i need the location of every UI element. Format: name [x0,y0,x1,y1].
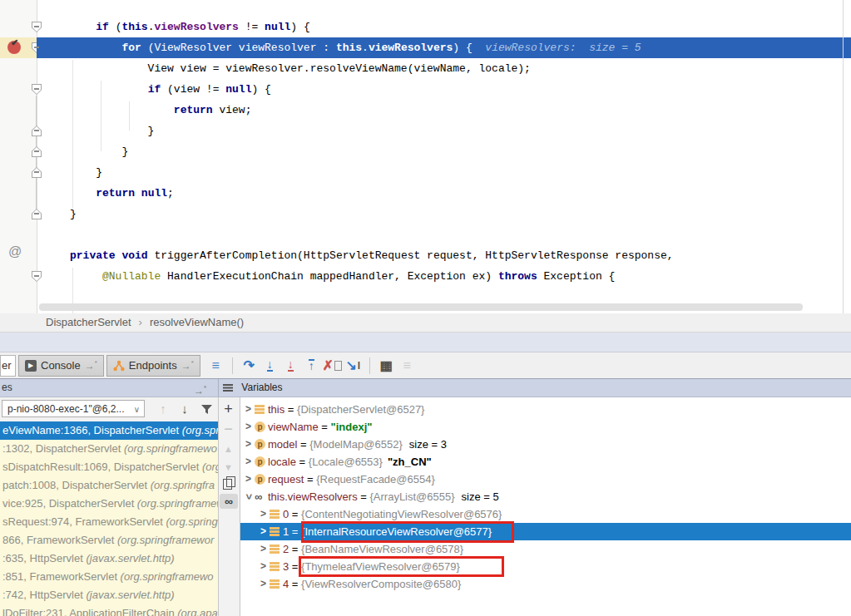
variable-name: request [268,471,304,488]
code-line[interactable]: return view; [37,100,851,121]
code-line[interactable]: private void triggerAfterCompletion(Http… [37,245,851,266]
layout-menu-icon[interactable]: ≡ [205,355,226,376]
field-icon [255,405,268,414]
code-editor[interactable]: ✔ @ if (this.viewResolvers != null) { fo… [0,0,851,313]
move-watch-up-button[interactable]: ▲ [218,444,239,454]
tab-er[interactable]: er [0,355,16,377]
breadcrumb-class[interactable]: DispatcherServlet [46,316,131,328]
frames-list: eViewName:1366, DispatcherServlet (org.s… [0,421,218,616]
parameter-icon: p [255,474,268,485]
tab-label: er [2,359,12,372]
horizontal-scrollbar[interactable] [39,303,803,311]
code-text: if [96,21,109,33]
field-icon [270,527,283,536]
code-line[interactable]: for (ViewResolver viewResolver : this.vi… [37,37,851,58]
frames-panel: p-nio-8080-exec-1"@6,2... ∨ ↑ ↓ eViewNam… [0,397,218,616]
equals-sign: = [319,418,331,436]
step-over-icon[interactable]: ↷ [239,355,260,376]
variable-row[interactable]: >this = {DispatcherServlet@6527} [240,401,851,418]
equals-sign: = [289,540,301,558]
code-text [70,104,174,116]
step-out-icon[interactable]: ↑ [301,355,322,376]
force-step-into-icon[interactable]: ↓ [280,355,301,376]
chevron-collapsed-icon[interactable]: > [242,453,255,471]
chevron-collapsed-icon[interactable]: > [257,540,270,558]
code-line[interactable]: } [37,162,851,183]
frame-row[interactable]: :635, HttpServlet (javax.servlet.http) [0,549,218,568]
chevron-collapsed-icon[interactable]: > [257,523,270,540]
code-line[interactable]: if (view != null) { [37,79,851,100]
variable-row[interactable]: >2 = {BeanNameViewResolver@6578} [240,540,851,558]
variable-name: this.viewResolvers [268,488,358,505]
run-to-cursor-icon[interactable]: ↘I [343,355,364,376]
copy-icon[interactable] [223,479,232,490]
variable-row[interactable]: >4 = {ViewResolverComposite@6580} [240,575,851,593]
thread-selector-row: p-nio-8080-exec-1"@6,2... ∨ ↑ ↓ [0,397,218,421]
frame-row[interactable]: sDispatchResult:1069, DispatcherServlet … [0,458,218,476]
frame-row[interactable]: :851, FrameworkServlet (org.springframew… [0,568,218,586]
code-text: return [174,104,213,116]
chevron-collapsed-icon[interactable]: > [257,558,270,575]
frame-row[interactable]: :1302, DispatcherServlet (org.springfram… [0,440,218,458]
breakpoint-icon[interactable]: ✔ [7,41,21,54]
code-text [70,187,96,200]
frame-up-button[interactable]: ↑ [154,400,172,418]
code-line[interactable]: } [37,204,851,224]
code-line[interactable]: View view = viewResolver.resolveViewName… [37,58,851,79]
filter-icon[interactable] [197,402,215,421]
step-into-icon[interactable]: ↓ [260,355,280,376]
tab-console[interactable]: ▶Console→* [18,355,104,377]
frame-row[interactable]: vice:925, DispatcherServlet (org.springf… [0,495,218,513]
variable-row[interactable]: >pmodel = {ModelMap@6552}size = 3 [240,436,851,453]
chevron-collapsed-icon[interactable]: > [257,505,270,523]
code-area[interactable]: if (this.viewResolvers != null) { for (V… [37,0,851,313]
frame-location: vice:925, DispatcherServlet [2,497,137,510]
variable-value: {DispatcherServlet@6527} [297,401,424,418]
debug-window-title-band [0,333,851,352]
chevron-collapsed-icon[interactable]: > [242,436,255,453]
variables-panel: >this = {DispatcherServlet@6527}>pviewNa… [240,397,851,616]
remove-watch-button[interactable]: − [218,421,239,438]
frame-row[interactable]: lDoFilter:231, ApplicationFilterChain (o… [0,604,218,616]
jump-to-source-icon[interactable]: →* [85,359,97,372]
chevron-expanded-icon[interactable]: > [240,490,257,503]
layout-settings-icon[interactable]: ≡ [397,355,418,376]
frame-row[interactable]: eViewName:1366, DispatcherServlet (org.s… [0,421,218,440]
chevron-collapsed-icon[interactable]: > [242,471,255,488]
chevron-collapsed-icon[interactable]: > [257,575,270,593]
frame-row[interactable]: :742, HttpServlet (javax.servlet.http) [0,586,218,604]
frame-row[interactable]: sRequest:974, FrameworkServlet (org.spri… [0,513,218,531]
variables-menu-icon[interactable] [223,384,233,392]
chevron-collapsed-icon[interactable]: > [242,401,255,418]
drop-frame-icon[interactable]: ✗ [322,355,343,376]
chevron-collapsed-icon[interactable]: > [242,418,255,436]
code-text: this [121,21,147,33]
code-line[interactable] [37,224,851,245]
parameter-icon: p [255,421,268,432]
breadcrumb-method[interactable]: resolveViewName() [150,316,244,328]
variable-value: {ContentNegotiatingViewResolver@6576} [301,505,502,523]
add-watch-button[interactable]: + [218,401,239,418]
variable-row[interactable]: >∞this.viewResolvers = {ArrayList@6555}s… [240,488,851,505]
variable-value: {ViewResolverComposite@6580} [301,575,461,593]
code-line[interactable]: } [37,141,851,162]
evaluate-expression-icon[interactable]: ▦ [376,355,397,376]
show-watches-toggle[interactable]: ∞ [220,494,238,509]
variables-panel-header: Variables [218,379,851,397]
code-line[interactable]: @Nullable HandlerExecutionChain mappedHa… [37,266,851,287]
frame-row[interactable]: patch:1008, DispatcherServlet (org.sprin… [0,476,218,495]
frame-row[interactable]: 866, FrameworkServlet (org.springframewo… [0,531,218,549]
frame-down-button[interactable]: ↓ [176,400,194,418]
variable-row[interactable]: >0 = {ContentNegotiatingViewResolver@657… [240,505,851,523]
code-line[interactable]: } [37,121,851,141]
code-line[interactable]: return null; [37,183,851,204]
code-line[interactable]: if (this.viewResolvers != null) { [37,17,851,37]
variable-row[interactable]: >pviewName = "indexj" [240,418,851,436]
jump-to-source-icon[interactable]: →* [181,359,194,372]
thread-dropdown[interactable]: p-nio-8080-exec-1"@6,2... ∨ [2,400,145,417]
move-watch-down-button[interactable]: ▼ [218,462,239,472]
variable-row[interactable]: >prequest = {RequestFacade@6554} [240,471,851,488]
variable-row[interactable]: >plocale = {Locale@6553}"zh_CN" [240,453,851,471]
tab-endpoints[interactable]: Endpoints→* [106,355,200,377]
code-text: if [148,83,161,96]
